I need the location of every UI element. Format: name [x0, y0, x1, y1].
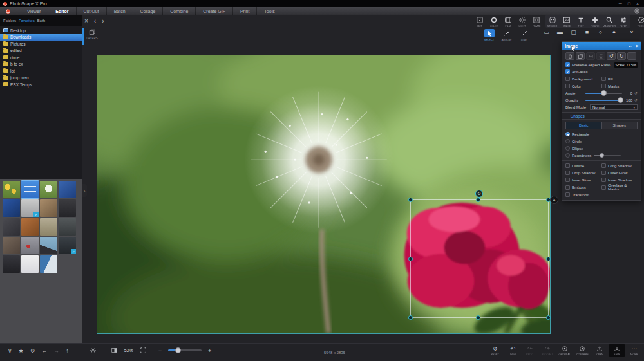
thumbnail[interactable]	[40, 199, 57, 217]
shape-radio[interactable]	[565, 139, 570, 143]
shape-radio[interactable]	[565, 132, 570, 136]
panel-action-button[interactable]	[565, 52, 574, 60]
sidebar-tab[interactable]: Folders	[3, 19, 16, 23]
panel-action-button[interactable]	[576, 52, 585, 60]
folder-item[interactable]: done	[0, 54, 82, 61]
blend-mode-select[interactable]: Normal ▾	[590, 104, 638, 110]
prev-image-icon[interactable]: ‹	[94, 17, 96, 24]
folder-item[interactable]: Desktop	[0, 27, 82, 34]
settings-gear-icon[interactable]	[90, 347, 97, 354]
pin-panel-icon[interactable]	[628, 44, 633, 49]
roundness-slider[interactable]	[594, 155, 621, 156]
folder-item[interactable]: jump man	[0, 75, 82, 82]
preserve-aspect-checkbox[interactable]	[565, 62, 570, 67]
subtool-button[interactable]: LINE	[515, 28, 533, 42]
status-action-button[interactable]: OPEN	[591, 344, 608, 357]
toolbar-button[interactable]: FRAME	[529, 15, 544, 28]
thumbnail[interactable]	[40, 237, 57, 254]
status-action-button[interactable]: ↺ RESET	[487, 344, 504, 357]
resize-handle-w[interactable]	[408, 257, 413, 261]
status-action-button[interactable]: COMPARE	[574, 344, 591, 357]
image-selection-box[interactable]: ↻ ×	[410, 199, 549, 318]
thumbnail[interactable]	[40, 255, 57, 273]
toolbar-button[interactable]: LIGHT	[515, 15, 529, 28]
close-panel-icon[interactable]: ×	[636, 44, 638, 48]
effect-checkbox[interactable]	[565, 192, 570, 197]
shapes-tab[interactable]: Basic	[566, 122, 601, 129]
toggle-checkbox[interactable]	[601, 84, 606, 88]
close-subtoolbar-icon[interactable]: ×	[625, 29, 639, 35]
angle-slider[interactable]	[585, 93, 622, 94]
panel-action-button[interactable]	[586, 52, 595, 60]
menu-tab[interactable]: Viewer	[20, 7, 48, 15]
thumbnail[interactable]	[3, 218, 20, 236]
close-button[interactable]: ×	[636, 1, 639, 6]
shape-radio[interactable]	[565, 146, 570, 151]
effect-checkbox[interactable]	[565, 185, 570, 190]
status-action-button[interactable]: ↷ REDO	[522, 344, 538, 357]
shape-button[interactable]: ●	[607, 29, 621, 35]
shape-button[interactable]: ■	[580, 29, 594, 35]
thumbnail[interactable]: ✓	[59, 237, 76, 254]
opacity-slider[interactable]	[585, 100, 622, 101]
toggle-checkbox[interactable]	[601, 77, 606, 81]
effect-checkbox[interactable]	[601, 178, 606, 182]
minimize-button[interactable]: ─	[619, 1, 622, 6]
thumbnail[interactable]	[3, 255, 20, 273]
folder-item[interactable]: b to ex	[0, 61, 82, 68]
effect-checkbox[interactable]	[565, 178, 570, 182]
menu-tab[interactable]: Tools	[256, 7, 281, 15]
menu-tab[interactable]: Batch	[106, 7, 133, 15]
subtool-button[interactable]: ARROW	[498, 28, 515, 42]
thumbnail[interactable]	[59, 218, 76, 236]
effect-checkbox[interactable]	[601, 185, 606, 190]
status-action-button[interactable]: ORIGINAL	[556, 344, 573, 357]
zoom-out-icon[interactable]: −	[158, 347, 162, 354]
toolbar-button[interactable]: COLOR	[487, 15, 501, 28]
close-image-icon[interactable]: ×	[84, 17, 88, 24]
effect-checkbox[interactable]	[601, 163, 606, 168]
thumbnail[interactable]	[21, 181, 39, 198]
remove-selection-icon[interactable]: ×	[550, 196, 558, 204]
toolbar-button[interactable]: TEXT	[574, 15, 588, 28]
shape-radio[interactable]	[565, 153, 570, 158]
shape-button[interactable]: ▬	[553, 29, 567, 35]
thumbnail[interactable]	[3, 237, 20, 254]
thumbnail[interactable]	[59, 199, 76, 217]
toggle-checkbox[interactable]	[565, 77, 570, 81]
subtool-button[interactable]: SELECT	[480, 28, 498, 42]
thumbnail[interactable]	[59, 181, 76, 198]
status-action-button[interactable]: ↶ UNDO	[504, 344, 521, 357]
zoom-slider[interactable]	[168, 349, 202, 351]
favorite-star-icon[interactable]: ★	[19, 347, 24, 354]
panel-action-button[interactable]: —	[627, 52, 636, 60]
panel-action-button[interactable]: ↺	[607, 52, 616, 60]
thumbnail[interactable]	[21, 218, 39, 236]
up-arrow-icon[interactable]: ↑	[66, 347, 69, 354]
menu-tab[interactable]: Collage	[133, 7, 163, 15]
resize-handle-se[interactable]	[546, 315, 551, 320]
shape-button[interactable]: ▭	[540, 29, 553, 35]
shapes-tab[interactable]: Shapes	[601, 122, 638, 129]
maximize-button[interactable]: □	[628, 1, 630, 6]
effect-checkbox[interactable]	[565, 171, 570, 175]
thumbnail[interactable]	[40, 181, 57, 198]
zoom-in-icon[interactable]: +	[208, 347, 211, 354]
status-action-button[interactable]: ↷ REDO ALL	[539, 344, 556, 357]
menu-tab[interactable]: Cut Out	[76, 7, 106, 15]
shapes-section-header[interactable]: − Shapes	[562, 112, 641, 120]
panel-action-button[interactable]: ↻	[617, 52, 626, 60]
opacity-reset-icon[interactable]: ↺	[634, 98, 638, 102]
toolbar-button[interactable]: FILTER	[616, 15, 630, 28]
menu-tab[interactable]: Print	[232, 7, 256, 15]
settings-gear-icon[interactable]	[634, 8, 640, 14]
folder-item[interactable]: lot	[0, 68, 82, 75]
toolbar-button[interactable]: EDIT	[473, 15, 487, 28]
toolbar-button[interactable]: MAGNIFIER	[602, 15, 616, 28]
resize-handle-s[interactable]	[476, 315, 480, 320]
toolbar-button[interactable]: STICKER	[545, 15, 560, 28]
shape-button[interactable]: ○	[594, 29, 607, 35]
toolbar-button[interactable]: FILM	[501, 15, 515, 28]
effect-checkbox[interactable]	[601, 171, 606, 175]
folder-item[interactable]: edited	[0, 48, 82, 55]
